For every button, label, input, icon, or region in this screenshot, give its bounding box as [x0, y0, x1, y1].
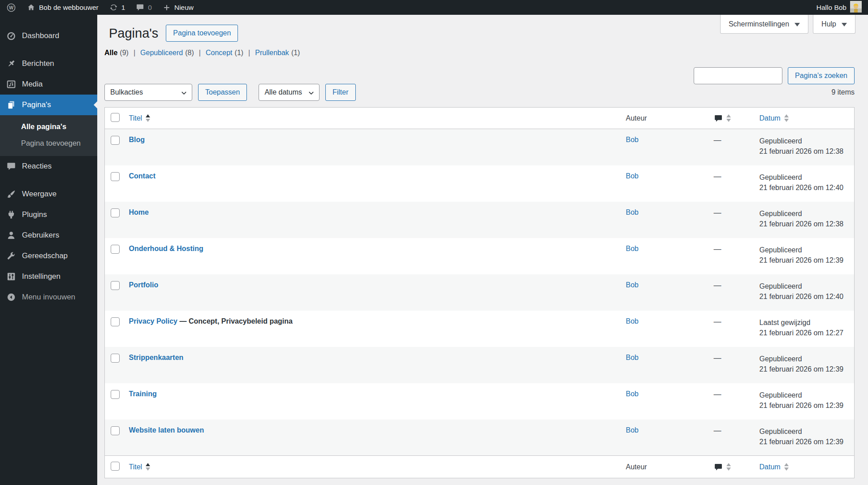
apply-button[interactable]: Toepassen: [198, 84, 247, 101]
screen-options-label: Scherminstellingen: [729, 20, 789, 28]
author-link[interactable]: Bob: [626, 354, 639, 361]
row-checkbox[interactable]: [111, 281, 120, 290]
author-link[interactable]: Bob: [626, 390, 639, 398]
author-link[interactable]: Bob: [626, 172, 639, 180]
page-status: Gepubliceerd: [760, 208, 850, 219]
collapse-menu-button[interactable]: Menu invouwen: [0, 287, 97, 307]
comments-link[interactable]: 0: [136, 3, 152, 12]
page-title-link[interactable]: Contact: [129, 172, 156, 180]
screen-options-button[interactable]: Scherminstellingen: [720, 15, 808, 34]
table-footer-row: Titel Auteur Datum: [105, 456, 855, 478]
date-column-header[interactable]: Datum: [755, 108, 855, 129]
submenu-item-all-pages[interactable]: Alle pagina's: [0, 118, 97, 135]
sidebar-item-dashboard[interactable]: Dashboard: [0, 26, 97, 46]
page-title-link[interactable]: Website laten bouwen: [129, 426, 204, 434]
sidebar-item-media[interactable]: Media: [0, 74, 97, 95]
sidebar-item-comments[interactable]: Reacties: [0, 156, 97, 177]
author-link[interactable]: Bob: [626, 281, 639, 289]
row-checkbox[interactable]: [111, 426, 120, 435]
row-checkbox[interactable]: [111, 136, 120, 145]
page-title-link[interactable]: Training: [129, 390, 157, 398]
page-title-link[interactable]: Portfolio: [129, 281, 159, 289]
sidebar-item-label: Berichten: [22, 59, 54, 68]
user-icon: [6, 230, 16, 240]
search-pages-button[interactable]: Pagina's zoeken: [788, 67, 855, 84]
row-checkbox[interactable]: [111, 317, 120, 326]
bulk-actions-select[interactable]: Bulkacties: [104, 84, 192, 101]
table-row: Onderhoud & Hosting Bob — Gepubliceerd21…: [105, 238, 855, 274]
account-link[interactable]: Hallo Bob: [816, 1, 862, 14]
comment-count-dash: —: [714, 208, 721, 217]
page-status: Laatst gewijzigd: [760, 317, 850, 328]
page-title-link[interactable]: Strippenkaarten: [129, 354, 184, 361]
avatar: [850, 1, 862, 14]
add-page-button[interactable]: Pagina toevoegen: [166, 25, 238, 42]
site-name-link[interactable]: Bob de webbouwer: [27, 3, 99, 12]
row-checkbox[interactable]: [111, 390, 120, 399]
plug-icon: [6, 210, 16, 220]
sidebar-item-settings[interactable]: Instellingen: [0, 266, 97, 287]
filter-draft[interactable]: Concept (1): [194, 49, 243, 57]
filter-trash[interactable]: Prullenbak (1): [243, 49, 300, 57]
sidebar-item-label: Plugins: [22, 210, 47, 219]
title-column-header[interactable]: Titel: [125, 456, 622, 478]
select-all-checkbox[interactable]: [111, 462, 120, 471]
select-all-checkbox[interactable]: [111, 113, 120, 122]
row-checkbox[interactable]: [111, 172, 120, 181]
row-checkbox[interactable]: [111, 354, 120, 363]
main-content: Scherminstellingen Hulp Pagina's Pagina …: [97, 15, 868, 485]
help-button[interactable]: Hulp: [813, 15, 855, 34]
page-title-link[interactable]: Blog: [129, 136, 145, 143]
date-column-header[interactable]: Datum: [755, 456, 855, 478]
sidebar-item-label: Dashboard: [22, 31, 59, 40]
page-date: 21 februari 2026 om 12:39: [760, 400, 850, 411]
row-checkbox[interactable]: [111, 208, 120, 217]
sidebar-item-appearance[interactable]: Weergave: [0, 184, 97, 204]
sidebar-item-tools[interactable]: Gereedschap: [0, 246, 97, 266]
filter-published[interactable]: Gepubliceerd (8): [129, 49, 194, 57]
page-title-link[interactable]: Home: [129, 208, 149, 216]
page-status: Gepubliceerd: [760, 136, 850, 146]
dates-filter-select[interactable]: Alle datums: [259, 84, 320, 101]
update-count: 1: [121, 4, 125, 12]
filter-all[interactable]: Alle (9): [104, 49, 129, 57]
page-date: 21 februari 2026 om 12:40: [760, 291, 850, 302]
collapse-arrow-icon: [6, 292, 16, 302]
new-content-link[interactable]: Nieuw: [163, 4, 194, 12]
updates-link[interactable]: 1: [109, 3, 125, 12]
page-status: Gepubliceerd: [760, 245, 850, 255]
author-column-header: Auteur: [622, 108, 709, 129]
author-link[interactable]: Bob: [626, 426, 639, 434]
sidebar-item-users[interactable]: Gebruikers: [0, 225, 97, 246]
title-column-header[interactable]: Titel: [125, 108, 622, 129]
table-row: Privacy Policy — Concept, Privacybeleid …: [105, 311, 855, 347]
comments-column-header[interactable]: [709, 456, 755, 478]
sidebar-item-posts[interactable]: Berichten: [0, 53, 97, 74]
sidebar-item-plugins[interactable]: Plugins: [0, 204, 97, 225]
page-title-link[interactable]: Onderhoud & Hosting: [129, 245, 203, 252]
author-link[interactable]: Bob: [626, 208, 639, 216]
author-link[interactable]: Bob: [626, 317, 639, 325]
page-date: 21 februari 2026 om 12:40: [760, 182, 850, 193]
filter-button[interactable]: Filter: [325, 84, 356, 101]
pages-icon: [6, 100, 16, 110]
page-date: 21 februari 2026 om 12:39: [760, 364, 850, 374]
wordpress-menu-button[interactable]: W: [6, 3, 16, 13]
search-input[interactable]: [694, 67, 782, 84]
comment-bubble-icon: [6, 161, 16, 171]
page-title-link[interactable]: Privacy Policy: [129, 317, 178, 325]
comments-column-header[interactable]: [709, 108, 755, 129]
wrench-icon: [6, 251, 16, 261]
comment-bubble-icon: [714, 114, 723, 123]
sidebar-item-pages[interactable]: Pagina's: [0, 95, 97, 115]
row-checkbox[interactable]: [111, 245, 120, 254]
author-link[interactable]: Bob: [626, 245, 639, 252]
media-icon: [6, 79, 16, 89]
sidebar-item-label: Weergave: [22, 190, 56, 199]
author-link[interactable]: Bob: [626, 136, 639, 143]
menu-separator: [0, 46, 97, 53]
sort-arrows-icon: [726, 114, 731, 122]
submenu-item-add-page[interactable]: Pagina toevoegen: [0, 135, 97, 152]
page-date: 21 februari 2026 om 12:39: [760, 255, 850, 265]
comment-count-dash: —: [714, 426, 721, 435]
